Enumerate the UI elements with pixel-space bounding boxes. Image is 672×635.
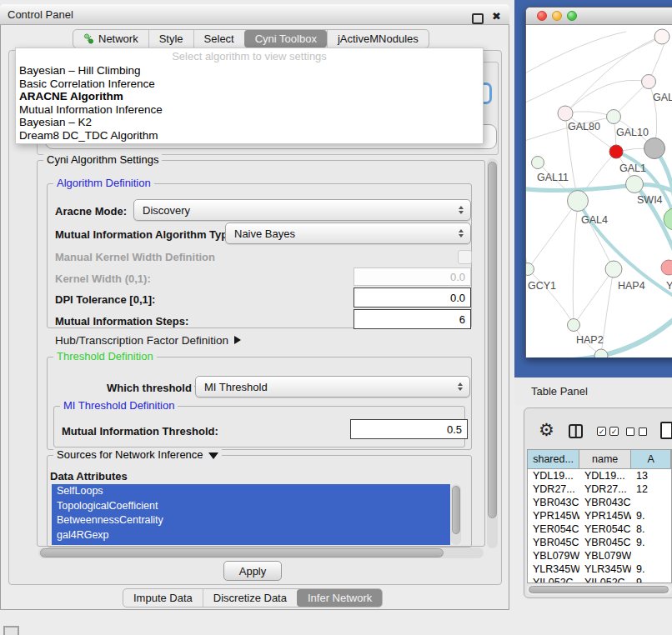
dropdown-item[interactable]: Bayesian – K2 (16, 116, 483, 129)
node-label: GAL1 (619, 162, 646, 174)
table-row[interactable]: YPR145W YPR145W 9. (528, 509, 671, 522)
tab-impute-data[interactable]: Impute Data (123, 589, 203, 607)
table-hscrollbar-track[interactable] (527, 584, 672, 595)
settings-hscrollbar-track[interactable] (38, 548, 484, 558)
aracne-mode-select[interactable]: Discovery (133, 199, 471, 221)
sources-title[interactable]: Sources for Network Inference (53, 449, 222, 461)
settings-hscrollbar-thumb[interactable] (40, 548, 444, 558)
tab-style[interactable]: Style (148, 30, 193, 48)
which-threshold-select[interactable]: MI Threshold (195, 376, 470, 398)
list-vscrollbar-thumb[interactable] (452, 486, 460, 534)
column-header-partial[interactable]: A (631, 450, 671, 468)
tab-jactivemnodules[interactable]: jActiveMNodules (327, 30, 429, 48)
node-swi4[interactable] (626, 176, 644, 193)
stepper-arrows-icon (458, 382, 463, 391)
list-vscrollbar-track[interactable] (451, 484, 461, 545)
unchecked-box-icon[interactable] (639, 428, 647, 436)
column-header-shared-name[interactable]: shared... (528, 450, 579, 468)
node-gal10[interactable] (607, 110, 621, 124)
list-item[interactable]: TopologicalCoefficient (52, 499, 450, 514)
table-row[interactable]: YDR27... YDR27... 12 (528, 482, 671, 496)
table-row[interactable]: YLR345W YLR345W 9. (528, 562, 671, 576)
node-gcy1[interactable] (526, 263, 534, 276)
node-gray[interactable] (644, 138, 665, 159)
table-row[interactable]: YBR045C YBR045C 9. (528, 536, 671, 549)
mi-steps-label: Mutual Information Steps: (55, 315, 188, 328)
float-window-icon[interactable] (472, 13, 484, 24)
node-label: GAL10 (616, 127, 649, 138)
list-item[interactable]: BetweennessCentrality (52, 513, 450, 528)
control-panel-titlebar[interactable]: Control Panel ✖ (0, 4, 509, 25)
mi-threshold-input[interactable]: 0.5 (350, 419, 468, 439)
node-gal80[interactable] (558, 106, 573, 121)
tab-network[interactable]: Network (73, 30, 148, 48)
dropdown-item[interactable]: Basic Correlation Inference (16, 78, 483, 91)
table-row[interactable]: YBR043C YBR043C (528, 496, 671, 509)
mi-threshold-definition-title: MI Threshold Definition (60, 400, 178, 412)
node-gal1-selected[interactable] (609, 145, 623, 158)
node-gal4[interactable] (568, 191, 589, 212)
stepper-arrows-icon (459, 229, 464, 238)
table-row[interactable]: YIL052C YIL052C 9 (528, 576, 671, 583)
unchecked-box-icon[interactable] (626, 428, 634, 436)
node-pink[interactable] (661, 260, 672, 275)
table-panel-titlebar[interactable]: Table Panel (514, 378, 672, 405)
zoom-traffic-light-icon[interactable] (567, 11, 577, 21)
mi-threshold-label: Mutual Information Threshold: (62, 425, 218, 438)
node-hap4[interactable] (605, 261, 622, 278)
mi-steps-input[interactable]: 6 (354, 309, 471, 329)
dropdown-item[interactable]: Dream8 DC_TDC Algorithm (16, 129, 483, 142)
close-icon[interactable]: ✖ (492, 10, 501, 22)
node-gal11[interactable] (532, 157, 544, 169)
table-row[interactable]: YER054C YER054C 8. (528, 522, 671, 536)
node-label: Y (666, 280, 672, 292)
dropdown-item[interactable]: Bayesian – Hill Climbing (16, 64, 483, 78)
mi-type-select[interactable]: Naive Bayes (225, 222, 471, 244)
checked-box-icon[interactable]: ✓ (597, 427, 606, 436)
table-row[interactable]: YBL079W YBL079W (528, 549, 671, 562)
manual-kernel-checkbox[interactable] (458, 250, 472, 264)
settings-vscrollbar-track[interactable] (487, 158, 498, 548)
node[interactable] (654, 29, 669, 44)
network-labels: GAL GAL80 GAL10 GAL1 GAL11 SWI4 GAL4 GCY… (528, 92, 672, 346)
node-table: shared... name A YDL19... YDL19... 13 YD… (527, 449, 672, 583)
table-hscrollbar-thumb[interactable] (529, 586, 669, 593)
screen: Control Panel ✖ Network Style Select Cyn… (0, 0, 672, 635)
checked-box-icon[interactable]: ✓ (609, 427, 619, 436)
gear-icon[interactable]: ⚙ (539, 422, 554, 438)
tab-select[interactable]: Select (193, 30, 244, 48)
settings-vscrollbar-thumb[interactable] (488, 162, 497, 518)
list-item[interactable]: gal4RGexp (52, 528, 450, 543)
stepper-arrows-icon (459, 206, 464, 214)
minimize-traffic-light-icon[interactable] (552, 11, 562, 21)
node-hap2[interactable] (568, 319, 580, 332)
list-item[interactable]: SelfLoops (52, 484, 450, 499)
algorithm-dropdown-popup: Select algorithm to view settings Bayesi… (15, 48, 484, 144)
dpi-tolerance-label: DPI Tolerance [0,1]: (55, 293, 155, 306)
tab-discretize-data[interactable]: Discretize Data (203, 589, 297, 607)
kernel-width-input[interactable]: 0.0 (354, 268, 471, 286)
dropdown-item-aracne[interactable]: ARACNE Algorithm (16, 90, 483, 103)
data-attributes-label: Data Attributes (50, 470, 128, 482)
column-header-name[interactable]: name (579, 450, 631, 468)
tab-infer-network[interactable]: Infer Network (297, 589, 382, 607)
close-traffic-light-icon[interactable] (537, 11, 547, 21)
kernel-width-label: Kernel Width (0,1): (55, 272, 151, 285)
hub-definition-toggle[interactable]: Hub/Transcription Factor Definition (55, 334, 241, 347)
dpi-tolerance-input[interactable]: 0.0 (354, 288, 471, 308)
node-label: SWI4 (637, 194, 663, 206)
network-window-titlebar[interactable] (526, 8, 672, 25)
node-label: GAL80 (568, 121, 600, 132)
data-attributes-list[interactable]: SelfLoops TopologicalCoefficient Between… (52, 484, 450, 545)
node[interactable] (594, 349, 608, 358)
network-canvas[interactable]: GAL GAL80 GAL10 GAL1 GAL11 SWI4 GAL4 GCY… (526, 25, 672, 358)
node-label: GAL (653, 92, 672, 103)
table-row[interactable]: YDL19... YDL19... 13 (528, 469, 671, 482)
node-gal-partial[interactable] (642, 75, 656, 89)
document-icon[interactable] (660, 422, 672, 439)
dropdown-item[interactable]: Mutual Information Inference (16, 103, 483, 117)
apply-button[interactable]: Apply (223, 561, 282, 581)
cyni-algorithm-settings-title: Cyni Algorithm Settings (43, 154, 162, 166)
columns-icon[interactable] (569, 424, 583, 438)
tab-cyni-toolbox[interactable]: Cyni Toolbox (244, 30, 327, 48)
